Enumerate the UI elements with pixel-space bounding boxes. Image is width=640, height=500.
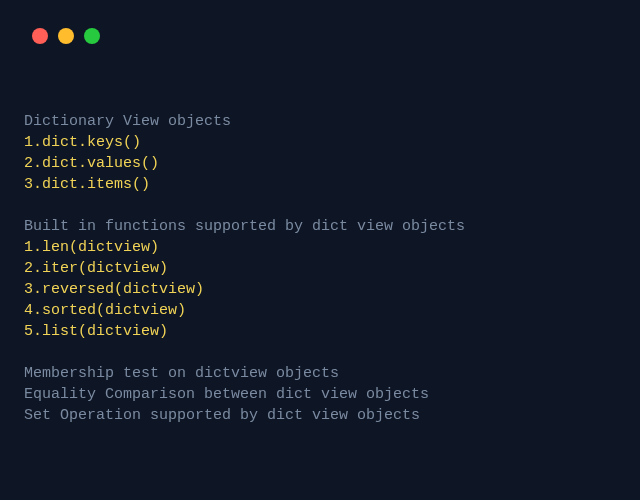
footer-line: Membership test on dictview objects xyxy=(24,365,339,382)
list-item: 4.sorted(dictview) xyxy=(24,302,186,319)
list-item: 1.len(dictview) xyxy=(24,239,159,256)
footer-line: Set Operation supported by dict view obj… xyxy=(24,407,420,424)
window-controls xyxy=(0,0,640,44)
maximize-icon xyxy=(84,28,100,44)
footer-line: Equality Comparison between dict view ob… xyxy=(24,386,429,403)
section-heading: Dictionary View objects xyxy=(24,113,231,130)
list-item: 5.list(dictview) xyxy=(24,323,168,340)
list-item: 3.reversed(dictview) xyxy=(24,281,204,298)
minimize-icon xyxy=(58,28,74,44)
code-content: Dictionary View objects 1.dict.keys() 2.… xyxy=(0,44,640,450)
list-item: 2.iter(dictview) xyxy=(24,260,168,277)
list-item: 2.dict.values() xyxy=(24,155,159,172)
list-item: 1.dict.keys() xyxy=(24,134,141,151)
close-icon xyxy=(32,28,48,44)
section-heading: Built in functions supported by dict vie… xyxy=(24,218,465,235)
list-item: 3.dict.items() xyxy=(24,176,150,193)
